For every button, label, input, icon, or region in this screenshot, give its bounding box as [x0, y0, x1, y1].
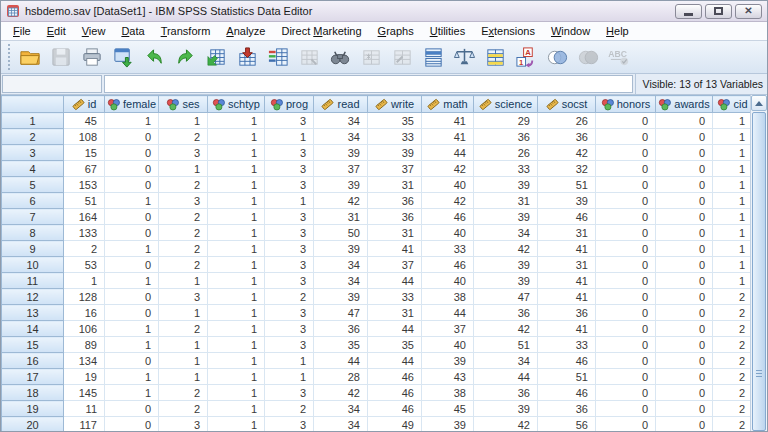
- cell-prog-row4[interactable]: 3: [265, 161, 314, 177]
- cell-ses-row20[interactable]: 3: [159, 417, 208, 432]
- cell-socst-row15[interactable]: 33: [538, 337, 596, 353]
- cell-id-row13[interactable]: 16: [64, 305, 105, 321]
- menu-file[interactable]: File: [5, 23, 39, 39]
- cell-female-row18[interactable]: 1: [105, 385, 159, 401]
- row-number-10[interactable]: 10: [2, 257, 64, 273]
- cell-id-row15[interactable]: 89: [64, 337, 105, 353]
- cell-write-row1[interactable]: 35: [368, 113, 422, 129]
- cell-math-row10[interactable]: 46: [422, 257, 474, 273]
- cell-cid-row9[interactable]: 1: [713, 241, 751, 257]
- cell-read-row2[interactable]: 34: [314, 129, 368, 145]
- cell-math-row13[interactable]: 44: [422, 305, 474, 321]
- cell-awards-row19[interactable]: 0: [656, 401, 713, 417]
- cell-honors-row20[interactable]: 0: [596, 417, 656, 432]
- cell-math-row19[interactable]: 45: [422, 401, 474, 417]
- menu-help[interactable]: Help: [598, 23, 637, 39]
- cell-honors-row4[interactable]: 0: [596, 161, 656, 177]
- cell-awards-row8[interactable]: 0: [656, 225, 713, 241]
- menu-data[interactable]: Data: [113, 23, 152, 39]
- cell-socst-row6[interactable]: 39: [538, 193, 596, 209]
- cell-cid-row11[interactable]: 1: [713, 273, 751, 289]
- cell-honors-row13[interactable]: 0: [596, 305, 656, 321]
- cell-ses-row12[interactable]: 3: [159, 289, 208, 305]
- cell-prog-row10[interactable]: 3: [265, 257, 314, 273]
- cell-read-row14[interactable]: 36: [314, 321, 368, 337]
- cell-prog-row8[interactable]: 3: [265, 225, 314, 241]
- col-header-ses[interactable]: ses: [159, 96, 208, 113]
- cell-write-row3[interactable]: 39: [368, 145, 422, 161]
- col-header-female[interactable]: female: [105, 96, 159, 113]
- col-header-cid[interactable]: cid: [713, 96, 751, 113]
- restore-button[interactable]: [705, 4, 732, 19]
- cell-awards-row9[interactable]: 0: [656, 241, 713, 257]
- cell-awards-row20[interactable]: 0: [656, 417, 713, 432]
- cell-science-row16[interactable]: 34: [474, 353, 538, 369]
- cell-female-row1[interactable]: 1: [105, 113, 159, 129]
- row-number-8[interactable]: 8: [2, 225, 64, 241]
- col-header-write[interactable]: write: [368, 96, 422, 113]
- col-header-honors[interactable]: honors: [596, 96, 656, 113]
- cell-socst-row8[interactable]: 31: [538, 225, 596, 241]
- cell-cid-row6[interactable]: 1: [713, 193, 751, 209]
- row-number-18[interactable]: 18: [2, 385, 64, 401]
- cell-female-row3[interactable]: 0: [105, 145, 159, 161]
- cell-math-row3[interactable]: 44: [422, 145, 474, 161]
- cell-id-row20[interactable]: 117: [64, 417, 105, 432]
- cell-female-row17[interactable]: 1: [105, 369, 159, 385]
- cell-write-row6[interactable]: 36: [368, 193, 422, 209]
- cell-socst-row4[interactable]: 32: [538, 161, 596, 177]
- cell-female-row7[interactable]: 0: [105, 209, 159, 225]
- cell-awards-row14[interactable]: 0: [656, 321, 713, 337]
- scroll-up-button[interactable]: [751, 95, 767, 111]
- menu-transform[interactable]: Transform: [153, 23, 219, 39]
- cell-cid-row1[interactable]: 1: [713, 113, 751, 129]
- cell-prog-row20[interactable]: 3: [265, 417, 314, 432]
- cell-prog-row11[interactable]: 3: [265, 273, 314, 289]
- cell-math-row2[interactable]: 41: [422, 129, 474, 145]
- recall-dialogs-button[interactable]: [108, 43, 139, 72]
- menu-analyze[interactable]: Analyze: [218, 23, 273, 39]
- cell-cid-row4[interactable]: 1: [713, 161, 751, 177]
- col-header-math[interactable]: math: [422, 96, 474, 113]
- cell-math-row1[interactable]: 41: [422, 113, 474, 129]
- cell-socst-row5[interactable]: 51: [538, 177, 596, 193]
- row-number-4[interactable]: 4: [2, 161, 64, 177]
- cell-id-row5[interactable]: 153: [64, 177, 105, 193]
- cell-write-row18[interactable]: 46: [368, 385, 422, 401]
- cell-read-row13[interactable]: 47: [314, 305, 368, 321]
- cell-cid-row12[interactable]: 2: [713, 289, 751, 305]
- cell-socst-row10[interactable]: 31: [538, 257, 596, 273]
- cell-schtyp-row5[interactable]: 1: [208, 177, 265, 193]
- cell-socst-row7[interactable]: 46: [538, 209, 596, 225]
- cell-cid-row5[interactable]: 1: [713, 177, 751, 193]
- cell-science-row8[interactable]: 34: [474, 225, 538, 241]
- cell-write-row19[interactable]: 46: [368, 401, 422, 417]
- cell-ses-row3[interactable]: 3: [159, 145, 208, 161]
- cell-science-row15[interactable]: 51: [474, 337, 538, 353]
- cell-awards-row17[interactable]: 0: [656, 369, 713, 385]
- cell-id-row3[interactable]: 15: [64, 145, 105, 161]
- cell-schtyp-row12[interactable]: 1: [208, 289, 265, 305]
- cell-female-row4[interactable]: 0: [105, 161, 159, 177]
- cell-awards-row16[interactable]: 0: [656, 353, 713, 369]
- cell-socst-row13[interactable]: 36: [538, 305, 596, 321]
- cell-read-row18[interactable]: 42: [314, 385, 368, 401]
- cell-read-row7[interactable]: 31: [314, 209, 368, 225]
- cell-math-row5[interactable]: 40: [422, 177, 474, 193]
- cell-read-row20[interactable]: 34: [314, 417, 368, 432]
- cell-awards-row12[interactable]: 0: [656, 289, 713, 305]
- cell-read-row3[interactable]: 39: [314, 145, 368, 161]
- cell-schtyp-row9[interactable]: 1: [208, 241, 265, 257]
- cell-science-row13[interactable]: 36: [474, 305, 538, 321]
- cell-write-row5[interactable]: 31: [368, 177, 422, 193]
- cell-write-row11[interactable]: 44: [368, 273, 422, 289]
- cell-id-row10[interactable]: 53: [64, 257, 105, 273]
- cell-reference-box[interactable]: [2, 75, 102, 93]
- cell-id-row11[interactable]: 1: [64, 273, 105, 289]
- cell-cid-row20[interactable]: 2: [713, 417, 751, 432]
- cell-id-row17[interactable]: 19: [64, 369, 105, 385]
- undo-button[interactable]: [139, 43, 170, 72]
- cell-math-row16[interactable]: 39: [422, 353, 474, 369]
- cell-socst-row20[interactable]: 56: [538, 417, 596, 432]
- cell-prog-row7[interactable]: 3: [265, 209, 314, 225]
